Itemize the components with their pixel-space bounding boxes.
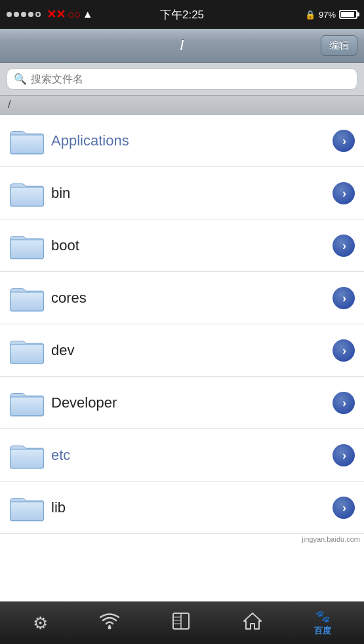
baidu-text: 百度 <box>314 625 331 637</box>
folder-icon <box>9 126 45 156</box>
search-input[interactable] <box>31 73 350 85</box>
signal-dot-4 <box>28 12 33 17</box>
folder-icon <box>9 493 45 523</box>
chevron-button[interactable]: › <box>333 497 355 519</box>
signal-dot-1 <box>7 12 12 17</box>
file-list: Applications› bin› boot› <box>0 115 364 601</box>
chevron-right-icon: › <box>342 135 346 147</box>
chevron-right-icon: › <box>342 240 346 252</box>
baidu-paw-icon: 🐾 <box>315 609 330 624</box>
home-icon <box>243 612 262 635</box>
status-time: 下午2:25 <box>160 7 204 22</box>
search-bar: 🔍 <box>0 63 364 95</box>
list-item[interactable]: Developer› <box>0 377 364 429</box>
chevron-right-icon: › <box>342 345 346 356</box>
lock-icon: 🔒 <box>305 10 315 20</box>
list-item[interactable]: bin› <box>0 167 364 219</box>
tab-baidu[interactable]: 🐾 百度 <box>301 605 344 641</box>
battery-icon <box>339 10 357 19</box>
chevron-right-icon: › <box>342 449 346 461</box>
nav-title: / <box>180 38 184 53</box>
status-right: 🔒 97% <box>305 10 357 20</box>
folder-icon <box>9 440 45 470</box>
list-item[interactable]: boot› <box>0 219 364 272</box>
list-item[interactable]: lib› <box>0 482 364 534</box>
edit-button[interactable]: 编辑 <box>321 35 357 56</box>
chevron-button[interactable]: › <box>333 182 355 204</box>
status-left: ✕✕ ○○ ▲ <box>7 7 93 22</box>
file-name: lib <box>45 499 333 516</box>
svg-marker-6 <box>244 613 261 629</box>
search-icon: 🔍 <box>14 73 27 85</box>
chevron-right-icon: › <box>342 502 346 514</box>
chevron-button[interactable]: › <box>333 444 355 466</box>
file-name: boot <box>45 237 333 254</box>
chevron-right-icon: › <box>342 397 346 409</box>
oo-icon: ○○ <box>68 8 81 22</box>
tab-home[interactable] <box>230 608 275 639</box>
signal-dot-2 <box>14 12 19 17</box>
chevron-right-icon: › <box>342 292 346 304</box>
path-bar: / <box>0 95 364 115</box>
gear-icon: ⚙ <box>33 613 48 634</box>
chevron-button[interactable]: › <box>333 392 355 414</box>
folder-icon <box>9 388 45 418</box>
tab-settings[interactable]: ⚙ <box>20 609 61 637</box>
file-name: etc <box>45 447 333 464</box>
file-name: Developer <box>45 394 333 411</box>
chevron-right-icon: › <box>342 187 346 199</box>
folder-icon <box>9 231 45 261</box>
signal-dot-5 <box>35 12 41 17</box>
chevron-button[interactable]: › <box>333 235 355 257</box>
wifi-icon: ▲ <box>83 9 93 20</box>
file-name: cores <box>45 290 333 307</box>
list-item[interactable]: cores› <box>0 272 364 324</box>
file-name: dev <box>45 342 333 359</box>
list-item[interactable]: dev› <box>0 324 364 377</box>
nav-bar: / 编辑 <box>0 29 364 63</box>
chevron-button[interactable]: › <box>333 130 355 152</box>
status-bar: ✕✕ ○○ ▲ 下午2:25 🔒 97% <box>0 0 364 29</box>
folder-icon <box>9 178 45 208</box>
search-input-wrap: 🔍 <box>7 68 357 90</box>
tab-book[interactable] <box>158 608 204 639</box>
path-text: / <box>8 99 10 110</box>
battery-percent: 97% <box>319 10 336 20</box>
folder-icon <box>9 335 45 366</box>
chevron-button[interactable]: › <box>333 287 355 309</box>
tab-wifi[interactable] <box>87 609 132 638</box>
file-name: bin <box>45 185 333 202</box>
file-name: Applications <box>45 132 333 149</box>
signal-dot-3 <box>21 12 26 17</box>
x1-icon: ✕✕ <box>47 7 65 22</box>
list-item[interactable]: Applications› <box>0 115 364 167</box>
book-icon <box>171 612 191 635</box>
chevron-button[interactable]: › <box>333 339 355 362</box>
list-item[interactable]: etc› <box>0 429 364 482</box>
carrier-icons: ✕✕ ○○ <box>47 7 81 22</box>
tab-bar: ⚙ <box>0 601 364 644</box>
folder-icon <box>9 283 45 313</box>
watermark: jingyan.baidu.com <box>0 534 364 544</box>
battery-fill <box>341 12 354 17</box>
wifi-tab-icon <box>100 613 119 634</box>
svg-point-0 <box>108 626 111 629</box>
